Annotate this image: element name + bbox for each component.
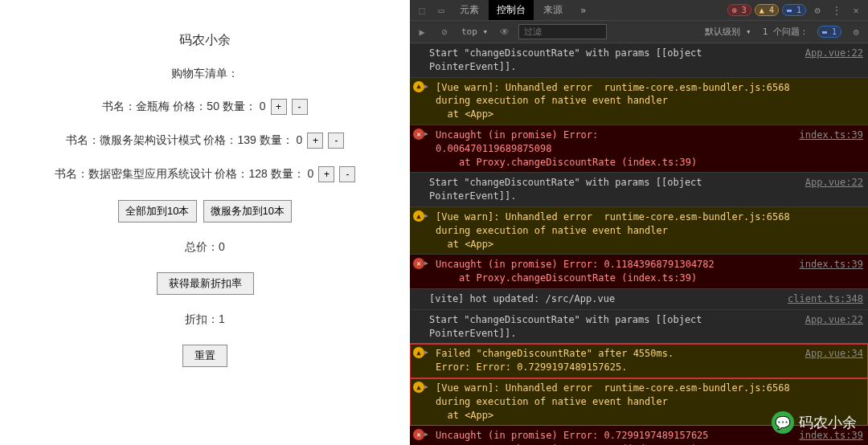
log-message: [Vue warn]: Unhandled error runtime-core… [436, 81, 863, 121]
log-source-link[interactable]: client.ts:348 [781, 292, 863, 306]
plus-button[interactable]: + [318, 166, 334, 182]
devtools-tabs: ⬚ ▭ 元素 控制台 来源 » ⊗ 3 ▲ 4 ▬ 1 ⚙ ⋮ ✕ [410, 0, 868, 21]
log-message: [Vue warn]: Unhandled error runtime-core… [436, 210, 863, 251]
log-message: Start "changeDiscountRate" with params [… [429, 176, 799, 203]
expand-icon[interactable]: ▶ [424, 348, 428, 357]
log-source-link[interactable]: index.ts:39 [793, 258, 863, 285]
log-message: Uncaught (in promise) Error: 0.118439687… [436, 258, 793, 285]
warn-icon: ▲ [413, 210, 424, 222]
gear-icon[interactable]: ⚙ [847, 23, 865, 41]
plus-button[interactable]: + [307, 133, 323, 149]
console-log-info[interactable]: Start "changeDiscountRate" with params [… [410, 43, 868, 78]
tab-sources[interactable]: 来源 [535, 0, 571, 20]
book-label: 书名：金瓶梅 价格：50 数量： 0 [102, 100, 265, 114]
warn-icon: ▲ [413, 382, 424, 393]
error-badge[interactable]: ⊗ 3 [727, 4, 751, 16]
sidebar-icon[interactable]: ▶ [413, 23, 431, 41]
expand-icon[interactable]: ▶ [424, 129, 428, 138]
console-log-warn[interactable]: ▲▶Failed "changeDiscountRate" after 4550… [410, 344, 868, 378]
reset-button[interactable]: 重置 [182, 345, 227, 367]
discount-label: 折扣：1 [185, 312, 225, 327]
log-source-link[interactable]: App.vue:22 [799, 313, 863, 341]
watermark-text: 码农小余 [799, 413, 857, 432]
log-message: Uncaught (in promise) Error: 0.006470119… [436, 129, 793, 169]
get-discount-button[interactable]: 获得最新折扣率 [157, 272, 254, 295]
console-toolbar: ▶ ⊘ top ▾ 👁 默认级别 ▾ 1 个问题： ▬ 1 ⚙ [410, 21, 868, 43]
log-source-link[interactable]: index.ts:39 [793, 129, 863, 169]
action-row: 全部加到10本 微服务加到10本 [118, 200, 292, 222]
issues-label: 1 个问题： [760, 26, 812, 38]
console-log-error[interactable]: ✕▶Uncaught (in promise) Error: 0.1184396… [410, 255, 868, 289]
add-all-button[interactable]: 全部加到10本 [118, 200, 196, 222]
expand-icon[interactable]: ▶ [424, 430, 428, 439]
filter-input[interactable] [518, 24, 607, 39]
expand-icon[interactable]: ▶ [424, 259, 428, 267]
log-source-link[interactable]: App.vue:22 [799, 176, 863, 203]
watermark: 💬 码农小余 [772, 411, 857, 434]
expand-icon[interactable]: ▶ [424, 82, 428, 91]
warn-badge[interactable]: ▲ 4 [755, 4, 779, 16]
log-message: Uncaught (in promise) Error: 0.729919748… [436, 429, 793, 445]
console-log-info[interactable]: Start "changeDiscountRate" with params [… [410, 310, 868, 345]
book-row-0: 书名：金瓶梅 价格：50 数量： 0 + - [102, 99, 307, 115]
device-icon[interactable]: ▭ [432, 2, 450, 19]
clear-icon[interactable]: ⊘ [436, 23, 453, 41]
expand-icon[interactable]: ▶ [424, 382, 428, 391]
close-icon[interactable]: ✕ [847, 2, 865, 19]
console-log-error[interactable]: ✕▶Uncaught (in promise) Error: 0.0064701… [410, 125, 868, 173]
log-message: [vite] hot updated: /src/App.vue [429, 292, 781, 306]
cart-title: 购物车清单： [171, 67, 239, 81]
error-icon: ✕ [413, 258, 424, 269]
warn-icon: ▲ [413, 347, 424, 358]
log-source-link[interactable]: App.vue:34 [799, 347, 863, 374]
book-row-2: 书名：数据密集型应用系统设计 价格：128 数量： 0 + - [55, 166, 356, 182]
expand-icon[interactable]: ▶ [424, 211, 428, 220]
total-price: 总价：0 [185, 240, 225, 255]
console-log-warn[interactable]: ▲▶[Vue warn]: Unhandled error runtime-co… [410, 78, 868, 125]
minus-button[interactable]: - [328, 133, 344, 149]
minus-button[interactable]: - [292, 99, 308, 115]
log-message: Start "changeDiscountRate" with params [… [429, 313, 799, 341]
add-micro-button[interactable]: 微服务加到10本 [203, 200, 292, 222]
info-badge[interactable]: ▬ 1 [782, 4, 806, 16]
context-select[interactable]: top ▾ [458, 27, 491, 37]
app-panel: 码农小余 购物车清单： 书名：金瓶梅 价格：50 数量： 0 + - 书名：微服… [0, 0, 410, 445]
issues-badge[interactable]: ▬ 1 [817, 26, 841, 38]
gear-icon[interactable]: ⚙ [809, 2, 826, 19]
kebab-icon[interactable]: ⋮ [828, 2, 845, 19]
error-icon: ✕ [413, 429, 424, 440]
level-select[interactable]: 默认级别 ▾ [702, 26, 754, 38]
tab-console[interactable]: 控制台 [489, 0, 534, 20]
eye-icon[interactable]: 👁 [496, 23, 514, 41]
warn-icon: ▲ [413, 81, 424, 92]
error-icon: ✕ [413, 129, 424, 140]
log-message: Start "changeDiscountRate" with params [… [429, 47, 799, 74]
book-label: 书名：数据密集型应用系统设计 价格：128 数量： 0 [55, 167, 314, 182]
log-message: Failed "changeDiscountRate" after 4550ms… [436, 347, 799, 374]
wechat-icon: 💬 [772, 411, 794, 434]
app-title: 码农小余 [179, 32, 231, 49]
minus-button[interactable]: - [339, 166, 355, 182]
console-body: Start "changeDiscountRate" with params [… [410, 43, 868, 445]
log-source-link[interactable]: App.vue:22 [799, 47, 863, 74]
plus-button[interactable]: + [271, 99, 287, 115]
devtools-panel: ⬚ ▭ 元素 控制台 来源 » ⊗ 3 ▲ 4 ▬ 1 ⚙ ⋮ ✕ ▶ ⊘ to… [410, 0, 868, 445]
inspect-icon[interactable]: ⬚ [413, 2, 431, 19]
book-label: 书名：微服务架构设计模式 价格：139 数量： 0 [66, 133, 303, 148]
console-log-warn[interactable]: ▲▶[Vue warn]: Unhandled error runtime-co… [410, 207, 868, 255]
console-log-info[interactable]: [vite] hot updated: /src/App.vueclient.t… [410, 289, 868, 310]
tab-elements[interactable]: 元素 [452, 0, 487, 20]
book-row-1: 书名：微服务架构设计模式 价格：139 数量： 0 + - [66, 133, 345, 149]
tab-more[interactable]: » [572, 2, 594, 19]
console-log-info[interactable]: Start "changeDiscountRate" with params [… [410, 173, 868, 207]
